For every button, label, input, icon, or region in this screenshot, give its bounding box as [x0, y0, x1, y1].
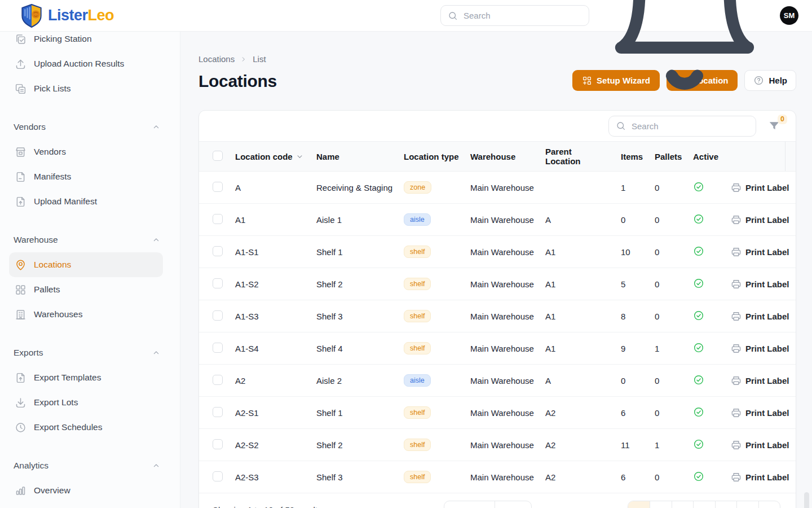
- notifications-bell-icon[interactable]: [600, 0, 769, 100]
- sidebar-item-export-lots[interactable]: Export Lots: [9, 390, 163, 415]
- sidebar-item-export-schedules[interactable]: Export Schedules: [9, 415, 163, 440]
- cell-pallets: 0: [655, 215, 659, 225]
- cell-warehouse: Main Warehouse: [470, 279, 534, 289]
- sidebar-item-picking-station[interactable]: Picking Station: [9, 32, 163, 51]
- sidebar-section-warehouse: WarehouseLocationsPalletsWarehouses: [9, 227, 163, 327]
- print-label-button[interactable]: Print Label: [745, 376, 789, 386]
- next-page-button[interactable]: [758, 501, 780, 508]
- sidebar-section-header-exports[interactable]: Exports: [9, 340, 163, 365]
- sidebar-section-exports: ExportsExport TemplatesExport LotsExport…: [9, 340, 163, 440]
- page-button-2[interactable]: 2: [650, 501, 672, 508]
- document-upload-icon: [15, 196, 27, 208]
- sidebar-section-header-vendors[interactable]: Vendors: [9, 115, 163, 139]
- sidebar-item-label: Overview: [34, 485, 70, 496]
- row-checkbox[interactable]: [213, 310, 223, 321]
- per-page-select[interactable]: 10: [495, 501, 531, 508]
- cell-parent: A2: [545, 440, 555, 450]
- clock-icon: [15, 422, 27, 433]
- sidebar-item-label: Pallets: [34, 284, 60, 295]
- user-avatar[interactable]: SM: [780, 6, 798, 25]
- table-search-input[interactable]: [632, 121, 749, 131]
- brand-logo[interactable]: ListerLeo: [20, 3, 114, 28]
- sidebar-item-locations[interactable]: Locations: [9, 252, 163, 277]
- location-type-badge: shelf: [404, 278, 431, 290]
- cell-warehouse: Main Warehouse: [470, 408, 534, 418]
- print-label-button[interactable]: Print Label: [745, 279, 789, 289]
- cell-pallets: 0: [655, 376, 659, 386]
- location-type-badge: shelf: [404, 471, 431, 483]
- cell-name: Shelf 1: [316, 408, 343, 418]
- sidebar-item-pallets[interactable]: Pallets: [9, 277, 163, 302]
- active-check-icon: [693, 406, 704, 418]
- cell-parent: A: [545, 376, 551, 386]
- sidebar-item-vendors[interactable]: Vendors: [9, 139, 163, 164]
- sidebar-section-header-analytics[interactable]: Analytics: [9, 453, 163, 478]
- cell-items: 6: [621, 472, 625, 482]
- sidebar-item-upload-auction-results[interactable]: Upload Auction Results: [9, 51, 163, 76]
- cell-code: A1-S1: [235, 247, 259, 257]
- column-header-active: Active: [678, 152, 719, 161]
- row-checkbox[interactable]: [213, 182, 223, 192]
- sidebar-item-upload-manifest[interactable]: Upload Manifest: [9, 189, 163, 214]
- per-page-control: Per page 10: [444, 501, 532, 508]
- print-label-button[interactable]: Print Label: [745, 344, 789, 353]
- page-button-6[interactable]: 6: [736, 501, 758, 508]
- row-checkbox[interactable]: [213, 343, 223, 353]
- cell-pallets: 0: [655, 183, 659, 192]
- sidebar-item-overview[interactable]: Overview: [9, 478, 163, 503]
- cell-name: Shelf 1: [316, 247, 343, 257]
- row-checkbox[interactable]: [213, 407, 223, 417]
- sidebar-item-label: Picking Station: [34, 34, 92, 44]
- row-checkbox[interactable]: [213, 375, 223, 385]
- clipboard-check-icon: [15, 33, 27, 45]
- print-label-button[interactable]: Print Label: [745, 183, 789, 192]
- sidebar-section-vendors: VendorsVendorsManifestsUpload Manifest: [9, 115, 163, 214]
- active-check-icon: [693, 374, 704, 386]
- sidebar-item-manifests[interactable]: Manifests: [9, 164, 163, 189]
- row-checkbox[interactable]: [213, 246, 223, 256]
- print-label-button[interactable]: Print Label: [745, 408, 789, 418]
- select-all-checkbox[interactable]: [213, 151, 223, 161]
- cell-items: 5: [621, 279, 625, 289]
- table-row: AReceiving & StagingzoneMain Warehouse10…: [199, 172, 796, 204]
- page-scrollbar-thumb[interactable]: [804, 492, 809, 508]
- print-label-button[interactable]: Print Label: [745, 247, 789, 257]
- print-label-button[interactable]: Print Label: [745, 312, 789, 321]
- map-pin-icon: [15, 259, 27, 271]
- row-checkbox[interactable]: [213, 471, 223, 481]
- document-upload-icon: [15, 372, 27, 384]
- cell-parent: A1: [545, 344, 555, 353]
- sidebar-item-warehouses[interactable]: Warehouses: [9, 302, 163, 327]
- sidebar-item-pick-lists[interactable]: Pick Lists: [9, 76, 163, 101]
- column-header-location-code[interactable]: Location code: [228, 152, 308, 161]
- sidebar-sections: VendorsVendorsManifestsUpload ManifestWa…: [9, 115, 163, 503]
- row-checkbox[interactable]: [213, 278, 223, 288]
- printer-icon: [731, 311, 742, 322]
- cell-parent: A: [545, 215, 551, 225]
- sidebar-item-export-templates[interactable]: Export Templates: [9, 365, 163, 390]
- print-label-button[interactable]: Print Label: [745, 440, 789, 450]
- page-button-5[interactable]: 5: [715, 501, 737, 508]
- print-label-button[interactable]: Print Label: [745, 215, 789, 225]
- table-row: A1Aisle 1aisleMain WarehouseA00Print Lab…: [199, 204, 796, 236]
- page-button-3[interactable]: 3: [672, 501, 694, 508]
- filter-count-badge: 0: [778, 115, 787, 124]
- brand-name: ListerLeo: [48, 7, 114, 24]
- location-type-badge: shelf: [404, 439, 431, 451]
- page-button-4[interactable]: 4: [693, 501, 715, 508]
- breadcrumb-locations[interactable]: Locations: [198, 54, 235, 65]
- column-header-pallets: Pallets: [643, 152, 678, 161]
- filter-button[interactable]: 0: [768, 120, 780, 132]
- print-label-button[interactable]: Print Label: [745, 472, 789, 482]
- chevron-up-icon: [152, 461, 161, 470]
- global-search-input[interactable]: [464, 11, 582, 20]
- row-checkbox[interactable]: [213, 214, 223, 224]
- sidebar-section-header-warehouse[interactable]: Warehouse: [9, 227, 163, 252]
- main-content: Locations List Locations Setup Wizard Ne…: [180, 32, 812, 508]
- top-header: ListerLeo SM: [0, 0, 812, 32]
- cell-name: Aisle 1: [316, 215, 342, 225]
- page-button-1[interactable]: 1: [628, 501, 650, 508]
- active-check-icon: [693, 278, 704, 289]
- row-checkbox[interactable]: [213, 439, 223, 449]
- location-type-badge: shelf: [404, 246, 431, 258]
